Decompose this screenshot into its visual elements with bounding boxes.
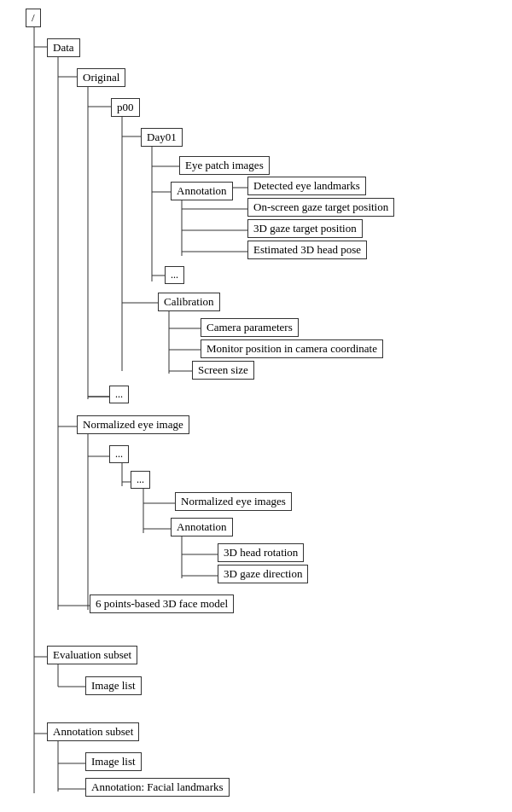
face-model-label: 6 points-based 3D face model — [96, 597, 228, 610]
head-rotation-label: 3D head rotation — [224, 546, 298, 559]
facial-landmarks-node: Annotation: Facial landmarks — [85, 778, 230, 797]
original-node: Original — [77, 68, 125, 87]
det-eye-landmarks-node: Detected eye landmarks — [247, 177, 366, 195]
tree-lines — [0, 0, 512, 812]
face-model-node: 6 points-based 3D face model — [90, 594, 234, 613]
day01-node: Day01 — [141, 128, 183, 147]
gaze-3d-label: 3D gaze target position — [253, 222, 357, 235]
annotation1-label: Annotation — [177, 184, 227, 197]
root-node: / — [26, 9, 41, 27]
monitor-pos-label: Monitor position in camera coordinate — [207, 342, 377, 355]
img-list2-node: Image list — [85, 752, 142, 771]
ellipsis2-node: ... — [109, 386, 129, 403]
ellipsis3-node: ... — [109, 445, 129, 463]
ellipsis3-label: ... — [115, 448, 123, 460]
p00-node: p00 — [111, 98, 140, 117]
norm-eye-imgs-node: Normalized eye images — [175, 492, 292, 511]
onscreen-gaze-node: On-screen gaze target position — [247, 198, 394, 217]
eye-patch-label: Eye patch images — [185, 159, 264, 171]
calibration-node: Calibration — [158, 293, 220, 311]
ellipsis1-node: ... — [165, 266, 184, 284]
img-list1-node: Image list — [85, 676, 142, 695]
original-label: Original — [83, 71, 119, 84]
img-list2-label: Image list — [91, 755, 136, 768]
data-node: Data — [47, 38, 80, 57]
ellipsis1-label: ... — [171, 269, 178, 281]
eye-patch-node: Eye patch images — [179, 156, 270, 175]
annot-subset-node: Annotation subset — [47, 722, 139, 741]
ellipsis4-label: ... — [137, 473, 144, 485]
gaze-dir-node: 3D gaze direction — [218, 565, 308, 583]
gaze-3d-node: 3D gaze target position — [247, 219, 363, 238]
data-label: Data — [53, 41, 74, 54]
head-pose-node: Estimated 3D head pose — [247, 241, 367, 259]
det-eye-landmarks-label: Detected eye landmarks — [253, 179, 360, 192]
eval-subset-node: Evaluation subset — [47, 646, 137, 664]
annot-subset-label: Annotation subset — [53, 725, 133, 738]
head-rotation-node: 3D head rotation — [218, 543, 304, 562]
ellipsis4-node: ... — [131, 471, 150, 489]
p00-label: p00 — [117, 101, 134, 113]
img-list1-label: Image list — [91, 679, 136, 692]
gaze-dir-label: 3D gaze direction — [224, 567, 302, 580]
facial-landmarks-label: Annotation: Facial landmarks — [91, 780, 224, 793]
screen-size-label: Screen size — [198, 363, 248, 376]
annotation1-node: Annotation — [171, 182, 233, 200]
annotation2-label: Annotation — [177, 520, 227, 533]
tree-container: / Data Original p00 Day01 Eye patch imag… — [0, 0, 512, 812]
head-pose-label: Estimated 3D head pose — [253, 243, 361, 256]
calibration-label: Calibration — [164, 295, 214, 308]
ellipsis2-label: ... — [115, 388, 123, 400]
root-label: / — [32, 11, 35, 24]
eval-subset-label: Evaluation subset — [53, 648, 131, 661]
day01-label: Day01 — [147, 130, 177, 143]
norm-eye-img-label: Normalized eye image — [83, 418, 183, 431]
onscreen-gaze-label: On-screen gaze target position — [253, 200, 388, 213]
norm-eye-imgs-label: Normalized eye images — [181, 495, 286, 508]
camera-params-node: Camera parameters — [201, 318, 299, 337]
norm-eye-img-node: Normalized eye image — [77, 415, 189, 434]
annotation2-node: Annotation — [171, 518, 233, 536]
monitor-pos-node: Monitor position in camera coordinate — [201, 339, 383, 358]
camera-params-label: Camera parameters — [207, 321, 293, 334]
screen-size-node: Screen size — [192, 361, 254, 380]
